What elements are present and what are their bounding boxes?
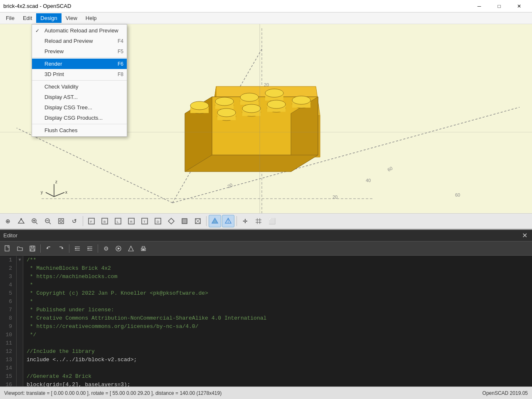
menu-view[interactable]: View [62, 13, 81, 23]
editor-toolbar-sep-3 [98, 244, 98, 253]
code-line-10: 10 */ [0, 331, 532, 339]
menu-section-2: Render F6 3D Print F8 [32, 58, 127, 81]
menu-display-ast[interactable]: Display AST... [32, 92, 127, 102]
menu-design[interactable]: Design [36, 13, 61, 23]
close-button[interactable]: ✕ [510, 0, 529, 12]
minimize-button[interactable]: ─ [470, 0, 489, 12]
menu-display-csg-products-label: Display CSG Products... [44, 115, 103, 121]
menu-check-validity[interactable]: Check Validity [32, 81, 127, 92]
view-back-button[interactable]: B [99, 215, 111, 227]
editor-header: Editor ✕ [0, 230, 532, 241]
menu-reload-preview[interactable]: Reload and Preview F4 [32, 36, 127, 46]
new-file-button[interactable] [2, 243, 13, 254]
svg-rect-91 [5, 246, 9, 251]
svg-marker-84 [212, 218, 218, 223]
svg-rect-93 [31, 246, 34, 248]
view-bottom-button[interactable]: D [152, 215, 164, 227]
zoom-out-button[interactable] [42, 215, 54, 227]
unindent-button[interactable] [84, 243, 96, 254]
view-diagonal-button[interactable] [165, 215, 177, 227]
view-left-button[interactable]: L [112, 215, 124, 227]
svg-point-66 [60, 220, 62, 222]
editor-toolbar-sep-1 [40, 244, 41, 253]
view-perspective-button[interactable] [15, 215, 27, 227]
menu-flush-caches-label: Flush Caches [44, 127, 77, 133]
menu-reload-preview-label: Reload and Preview [44, 38, 93, 44]
menu-section-4: Flush Caches [32, 124, 127, 136]
svg-line-63 [49, 222, 51, 224]
svg-text:20: 20 [332, 195, 337, 200]
menu-display-csg-tree[interactable]: Display CSG Tree... [32, 102, 127, 113]
view-front-button[interactable]: F [85, 215, 98, 227]
maximize-button[interactable]: □ [490, 0, 509, 12]
view-top-button[interactable]: T [138, 215, 151, 227]
settings-button[interactable]: ⚙ [100, 243, 112, 254]
menu-file[interactable]: File [2, 13, 19, 23]
code-line-6: 6 * [0, 298, 532, 306]
reset-view-button[interactable]: ↺ [68, 215, 81, 227]
view-surface-button[interactable] [209, 215, 221, 227]
view-solid-button[interactable] [178, 215, 191, 227]
svg-marker-102 [118, 247, 120, 250]
menu-display-csg-products[interactable]: Display CSG Products... [32, 113, 127, 123]
menu-flush-caches[interactable]: Flush Caches [32, 125, 127, 135]
view-mesh-button[interactable] [222, 215, 234, 227]
view-right-button[interactable]: R [125, 215, 138, 227]
menu-help[interactable]: Help [81, 13, 101, 23]
svg-point-36 [215, 97, 234, 106]
editor-render-button[interactable] [125, 243, 137, 254]
indent-button[interactable] [71, 243, 83, 254]
shortcut-f4: F4 [118, 38, 123, 44]
svg-point-42 [265, 89, 283, 97]
svg-text:L: L [117, 220, 119, 224]
title-bar: brick-4x2.scad - OpenSCAD ─ □ ✕ [0, 0, 532, 12]
status-bar: Viewport: translate = [ 0.00 0.00 0.00 ]… [0, 387, 532, 399]
svg-point-48 [242, 104, 261, 113]
svg-marker-103 [128, 246, 133, 251]
zoom-in-button[interactable] [28, 215, 41, 227]
menu-display-ast-label: Display AST... [44, 94, 78, 100]
editor-print-button[interactable] [138, 243, 149, 254]
undo-button[interactable] [43, 243, 54, 254]
code-line-16: 16 block(grid=[4,2], baseLayers=3); [0, 381, 532, 387]
editor-toolbar-sep-2 [69, 244, 69, 253]
svg-text:D: D [157, 220, 159, 224]
toolbar: ⊕ ↺ F B L R T D ✛ [0, 213, 532, 229]
view-wireframe-button[interactable] [192, 215, 204, 227]
menu-edit[interactable]: Edit [19, 13, 36, 23]
grid-button[interactable] [252, 215, 265, 227]
app-version: OpenSCAD 2019.05 [483, 390, 528, 396]
zoom-fit-button[interactable] [55, 215, 67, 227]
menu-section-3: Check Validity Display AST... Display CS… [32, 81, 127, 124]
menu-preview[interactable]: Preview F5 [32, 46, 127, 57]
code-line-13: 13 include <../../lib/block-v2.scad>; [0, 356, 532, 364]
code-line-2: 2 * MachineBlocks Brick 4x2 [0, 264, 532, 273]
viewport-info: Viewport: translate = [ 0.00 0.00 0.00 ]… [4, 390, 222, 396]
axes-button[interactable]: ✛ [239, 215, 251, 227]
view-home-button[interactable]: ⊕ [2, 215, 14, 227]
menu-3d-print[interactable]: 3D Print F8 [32, 69, 127, 79]
menu-auto-reload[interactable]: ✓ Automatic Reload and Preview [32, 25, 127, 36]
toolbar-sep-2 [206, 216, 207, 226]
code-line-15: 15 //Generate 4x2 Brick [0, 372, 532, 381]
title-text: brick-4x2.scad - OpenSCAD [3, 3, 71, 9]
editor-panel: Editor ✕ ⚙ [0, 229, 532, 387]
svg-text:z: z [55, 180, 57, 184]
code-area[interactable]: 1 ▼ /** 2 * MachineBlocks Brick 4x2 3 * … [0, 256, 532, 387]
ortho-button[interactable]: ⬜ [266, 215, 278, 227]
open-file-button[interactable] [14, 243, 26, 254]
shortcut-f8: F8 [118, 71, 123, 77]
code-line-4: 4 * [0, 281, 532, 289]
menu-display-csg-tree-label: Display CSG Tree... [44, 104, 92, 111]
redo-button[interactable] [55, 243, 67, 254]
editor-preview-button[interactable] [113, 243, 124, 254]
toolbar-sep-3 [236, 216, 237, 226]
menu-render[interactable]: Render F6 [32, 59, 127, 69]
code-line-1: 1 ▼ /** [0, 256, 532, 264]
menu-auto-reload-label: Automatic Reload and Preview [44, 27, 118, 34]
window-controls: ─ □ ✕ [470, 0, 529, 12]
code-line-12: 12 //Include the library [0, 347, 532, 356]
shortcut-f5: F5 [118, 49, 123, 54]
editor-close-button[interactable]: ✕ [520, 232, 529, 240]
save-file-button[interactable] [27, 243, 38, 254]
